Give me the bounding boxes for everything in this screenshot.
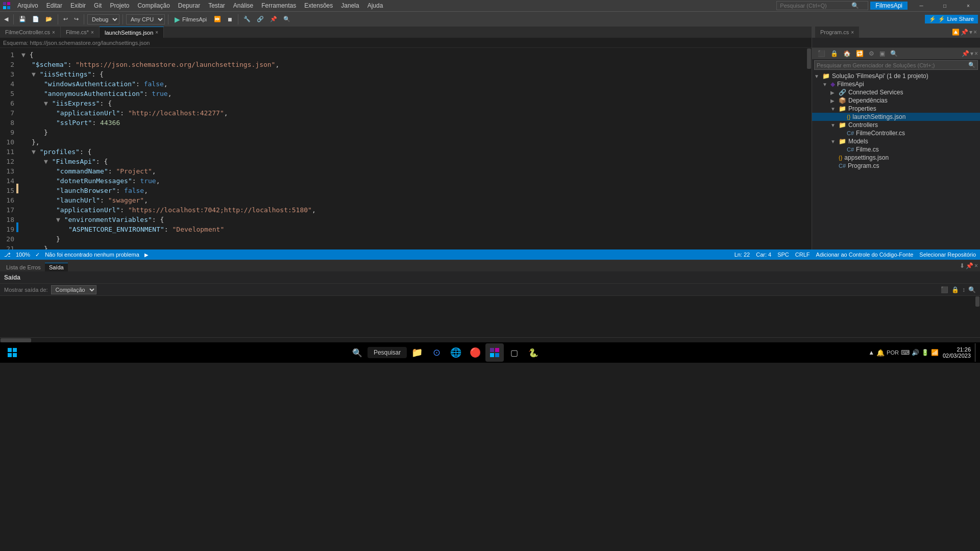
tree-item-dependencies[interactable]: ▶ 📦 Dependências xyxy=(812,96,980,105)
keyboard-icon[interactable]: ⌨ xyxy=(901,349,910,356)
panel-pin-btn[interactable]: 📌 xyxy=(961,29,968,36)
network-icon[interactable]: 📶 xyxy=(931,349,939,356)
panel-options-btn[interactable]: ▾ xyxy=(969,29,972,36)
menu-janela[interactable]: Janela xyxy=(337,1,363,10)
output-clear-btn[interactable]: ⬛ xyxy=(941,286,948,293)
menu-compilacao[interactable]: Compilação xyxy=(133,1,174,10)
menu-analise[interactable]: Análise xyxy=(229,1,257,10)
sol-exp-toolbar-5[interactable]: ⚙ xyxy=(867,49,876,58)
tree-item-solution[interactable]: ▼ 📁 Solução 'FilmesApi' (1 de 1 projeto) xyxy=(812,72,980,80)
volume-icon[interactable]: 🔊 xyxy=(912,349,919,356)
menu-depurar[interactable]: Depurar xyxy=(174,1,204,10)
toolbar-redo-btn[interactable]: ↪ xyxy=(72,15,81,23)
taskbar-vs[interactable] xyxy=(485,343,504,362)
stop-btn[interactable]: ⏹ xyxy=(225,15,235,23)
menu-ferramentas[interactable]: Ferramentas xyxy=(257,1,300,10)
menu-testar[interactable]: Testar xyxy=(204,1,229,10)
taskbar-app9[interactable]: 🐍 xyxy=(524,343,543,362)
code-editor[interactable]: ▼ { "$schema": "https://json.schemastore… xyxy=(19,48,806,249)
tree-item-programcs[interactable]: C# Program.cs xyxy=(812,162,980,170)
tab-filecontroller[interactable]: FilmeController.cs × xyxy=(0,27,61,38)
tab-filme-close[interactable]: × xyxy=(91,30,94,35)
output-source-dropdown[interactable]: Compilação xyxy=(51,285,96,294)
bottom-panel-pin[interactable]: 📌 xyxy=(966,262,973,269)
toolbar-misc3[interactable]: 📌 xyxy=(268,15,279,23)
output-wrap-btn[interactable]: ↕ xyxy=(962,286,965,293)
tab-filecontroller-close[interactable]: × xyxy=(52,30,55,35)
show-desktop[interactable] xyxy=(975,343,978,362)
tab-saida[interactable]: Saída xyxy=(45,263,68,271)
toolbar-open-btn[interactable]: 📂 xyxy=(43,15,55,23)
menu-git[interactable]: Git xyxy=(90,1,106,10)
taskbar-search-label[interactable]: Pesquisar xyxy=(368,347,407,358)
sol-exp-toolbar-1[interactable]: ⬛ xyxy=(816,49,827,58)
tray-icon2[interactable]: 🔔 xyxy=(876,349,885,357)
close-button[interactable]: × xyxy=(957,0,980,11)
toolbar-save-btn[interactable]: 💾 xyxy=(17,15,28,23)
menu-exibir[interactable]: Exibir xyxy=(66,1,90,10)
sol-exp-toolbar-7[interactable]: 🔍 xyxy=(889,49,899,58)
sol-exp-toolbar-4[interactable]: 🔁 xyxy=(854,49,865,58)
tab-program[interactable]: Program.cs × xyxy=(815,27,860,38)
global-search-input[interactable] xyxy=(780,3,851,9)
attach-btn[interactable]: ⏩ xyxy=(212,15,223,23)
tab-launchsettings[interactable]: launchSettings.json × xyxy=(100,27,164,38)
taskbar-search[interactable]: 🔍 xyxy=(348,343,366,362)
sol-exp-toolbar-6[interactable]: ▣ xyxy=(878,49,887,58)
problems-expand[interactable]: ▶ xyxy=(144,252,149,258)
tree-item-filmesapi[interactable]: ▼ ◆ FilmesApi xyxy=(812,80,980,88)
menu-projeto[interactable]: Projeto xyxy=(106,1,133,10)
output-lock-btn[interactable]: 🔒 xyxy=(951,286,959,293)
toolbar-misc2[interactable]: 🔗 xyxy=(255,15,266,23)
tree-item-launchsettings[interactable]: {} launchSettings.json xyxy=(812,113,980,121)
sol-exp-toolbar-3[interactable]: 🏠 xyxy=(842,49,852,58)
tree-item-appsettings[interactable]: {} appsettings.json xyxy=(812,154,980,162)
maximize-button[interactable]: □ xyxy=(933,0,957,11)
battery-icon[interactable]: 🔋 xyxy=(921,349,929,356)
toolbar-misc4[interactable]: 🔍 xyxy=(281,15,292,23)
sol-exp-toolbar-2[interactable]: 🔒 xyxy=(829,49,840,58)
platform-dropdown[interactable]: Any CPU xyxy=(126,14,165,24)
minimize-button[interactable]: ─ xyxy=(910,0,933,11)
bottom-panel-close[interactable]: × xyxy=(974,262,978,269)
tree-item-filmecs[interactable]: C# Filme.cs xyxy=(812,145,980,154)
language-indicator[interactable]: POR xyxy=(887,349,899,356)
tree-item-controllers[interactable]: ▼ 📁 Controllers xyxy=(812,121,980,129)
menu-editar[interactable]: Editar xyxy=(42,1,66,10)
tree-item-models[interactable]: ▼ 📁 Models xyxy=(812,137,980,145)
taskbar-file-explorer[interactable]: 📁 xyxy=(408,343,426,362)
add-to-source[interactable]: Adicionar ao Controle do Código-Fonte xyxy=(816,252,914,258)
toolbar-undo-btn[interactable]: ↩ xyxy=(61,15,70,23)
bottom-panel-hide[interactable]: ⬇ xyxy=(960,262,965,269)
menu-arquivo[interactable]: Arquivo xyxy=(13,1,42,10)
toolbar-back-btn[interactable]: ◀ xyxy=(2,15,10,23)
toolbar-new-btn[interactable]: 📄 xyxy=(30,15,41,23)
menu-extensoes[interactable]: Extensões xyxy=(300,1,337,10)
live-share-button[interactable]: ⚡ ⚡ Live Share xyxy=(925,15,978,23)
menu-ajuda[interactable]: Ajuda xyxy=(363,1,387,10)
tree-item-properties[interactable]: ▼ 📁 Properties xyxy=(812,105,980,113)
start-button[interactable] xyxy=(2,343,22,362)
toolbar-misc1[interactable]: 🔧 xyxy=(241,15,253,23)
panel-close-btn[interactable]: × xyxy=(973,29,977,36)
taskbar-terminal[interactable]: ▢ xyxy=(505,343,523,362)
clock[interactable]: 21:26 02/03/2023 xyxy=(941,346,973,359)
solution-search-input[interactable] xyxy=(817,62,968,68)
tab-lista-erros[interactable]: Lista de Erros xyxy=(2,263,45,271)
debug-mode-dropdown[interactable]: Debug xyxy=(87,14,119,24)
tree-item-filmecontroller[interactable]: C# FilmeController.cs xyxy=(812,129,980,137)
sol-exp-close[interactable]: × xyxy=(974,50,978,57)
taskbar-chrome[interactable]: ⊙ xyxy=(427,343,446,362)
tab-launchsettings-pin[interactable]: × xyxy=(155,30,158,35)
select-repo[interactable]: Selecionar Repositório xyxy=(919,252,976,258)
panel-icons-btns[interactable]: 🔼 xyxy=(952,29,960,36)
taskbar-browser3[interactable]: 🔴 xyxy=(466,343,484,362)
sol-exp-pin[interactable]: 📌 xyxy=(962,50,969,57)
tray-icon1[interactable]: ▲ xyxy=(868,349,874,356)
tree-item-connected-services[interactable]: ▶ 🔗 Connected Services xyxy=(812,88,980,96)
taskbar-browser2[interactable]: 🌐 xyxy=(447,343,465,362)
run-button[interactable]: ▶ FilmesApi xyxy=(172,14,210,24)
tab-filme[interactable]: Filme.cs* × xyxy=(61,27,100,38)
output-find-btn[interactable]: 🔍 xyxy=(968,286,976,293)
sol-exp-options[interactable]: ▾ xyxy=(970,50,973,57)
